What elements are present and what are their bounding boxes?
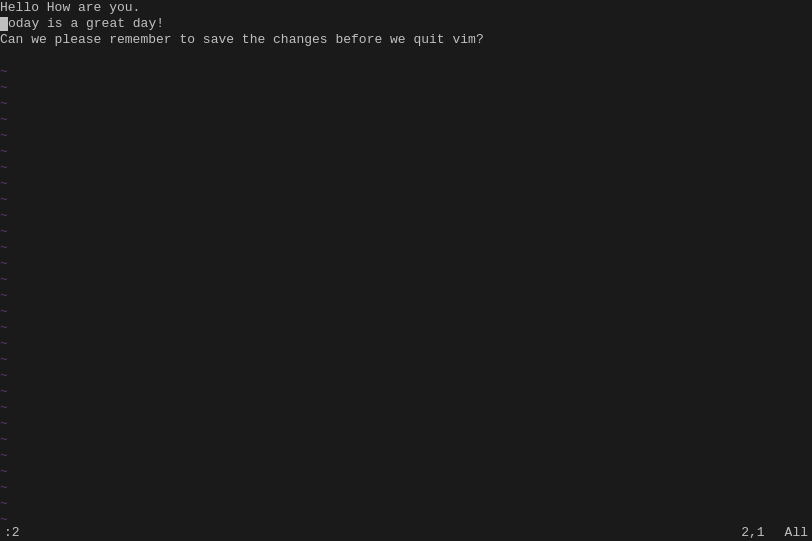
line-text-3: Can we please remember to save the chang… [0, 32, 484, 48]
tilde-line-8: ~ [0, 112, 812, 128]
tilde-line-14: ~ [0, 208, 812, 224]
tilde-line-16: ~ [0, 240, 812, 256]
tilde-line-20: ~ [0, 304, 812, 320]
tilde-line-7: ~ [0, 96, 812, 112]
editor-line-1: Hello How are you. [0, 0, 812, 16]
line-text-2-before: oday is a great day! [0, 16, 164, 32]
tilde-line-22: ~ [0, 336, 812, 352]
tilde-line-13: ~ [0, 192, 812, 208]
tilde-line-27: ~ [0, 416, 812, 432]
tilde-line-25: ~ [0, 384, 812, 400]
tilde-line-9: ~ [0, 128, 812, 144]
tilde-line-32: ~ [0, 496, 812, 512]
tilde-line-29: ~ [0, 448, 812, 464]
editor-line-3: Can we please remember to save the chang… [0, 32, 812, 48]
status-command: :2 [4, 525, 20, 540]
tilde-line-19: ~ [0, 288, 812, 304]
tilde-line-33: ~ [0, 512, 812, 523]
status-view: All [785, 525, 808, 540]
tilde-line-15: ~ [0, 224, 812, 240]
cursor [0, 17, 8, 31]
tilde-line-10: ~ [0, 144, 812, 160]
editor-line-2: oday is a great day! [0, 16, 812, 32]
editor-area[interactable]: Hello How are you. oday is a great day! … [0, 0, 812, 523]
tilde-line-23: ~ [0, 352, 812, 368]
tilde-line-18: ~ [0, 272, 812, 288]
status-right: 2,1 All [741, 525, 808, 540]
tilde-line-17: ~ [0, 256, 812, 272]
tilde-line-24: ~ [0, 368, 812, 384]
tilde-line-12: ~ [0, 176, 812, 192]
tilde-line-11: ~ [0, 160, 812, 176]
status-bar: :2 2,1 All [0, 523, 812, 541]
tilde-line-5: ~ [0, 64, 812, 80]
tilde-line-31: ~ [0, 480, 812, 496]
tilde-line-6: ~ [0, 80, 812, 96]
tilde-line-21: ~ [0, 320, 812, 336]
line-text-1: Hello How are you. [0, 0, 140, 16]
editor-line-4 [0, 48, 812, 64]
tilde-line-30: ~ [0, 464, 812, 480]
tilde-line-26: ~ [0, 400, 812, 416]
tilde-line-28: ~ [0, 432, 812, 448]
status-position: 2,1 [741, 525, 764, 540]
